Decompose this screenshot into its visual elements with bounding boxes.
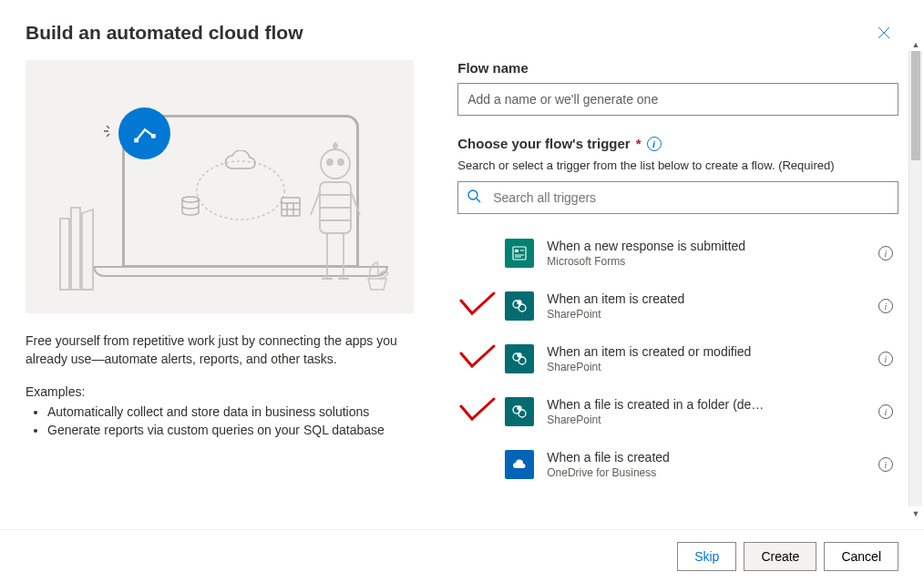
svg-point-17 [327,159,333,165]
svg-point-40 [518,301,521,304]
connector-icon [505,291,534,321]
trigger-connector: SharePoint [547,307,866,322]
svg-point-45 [518,410,526,417]
close-icon [876,25,892,41]
dialog-footer: Skip Create Cancel [0,529,924,582]
checkmark-annotation [457,291,498,321]
example-item: Automatically collect and store data in … [47,403,414,421]
checkmark-annotation [457,397,498,426]
connector-icon [505,344,534,373]
dialog-header: Build an automated cloud flow [0,0,924,60]
examples-list: Automatically collect and store data in … [26,403,414,439]
intro-text: Free yourself from repetitive work just … [26,332,414,368]
svg-line-5 [107,126,109,128]
trigger-list: When a new response is submittedMicrosof… [457,227,898,500]
checkmark-annotation [457,344,498,373]
trigger-item[interactable]: When a file is created in a folder (de…S… [457,385,898,438]
helper-text: Search or select a trigger from the list… [457,158,898,172]
connector-icon [505,397,534,426]
trigger-text: When a file is created in a folder (de…S… [547,396,866,427]
svg-rect-33 [513,247,526,260]
examples-heading: Examples: [26,384,414,399]
dialog-content: • • [0,60,924,529]
trigger-title: When a file is created [547,449,866,465]
trigger-info-icon[interactable]: i [878,352,893,366]
trigger-connector: Microsoft Forms [547,254,866,269]
create-button[interactable]: Create [744,542,816,571]
trigger-text: When a file is createdOneDrive for Busin… [547,449,866,480]
trigger-title: When a file is created in a folder (de… [547,396,866,413]
connector-icon [505,239,534,268]
trigger-item[interactable]: When a file is createdOneDrive for Busin… [457,438,898,491]
svg-point-31 [468,190,477,199]
trigger-title: When an item is created or modified [547,343,866,360]
trigger-info-icon[interactable]: i [878,246,893,260]
svg-point-16 [321,149,350,179]
svg-rect-29 [60,219,69,290]
dialog: Build an automated cloud flow • • [0,0,924,582]
trigger-item[interactable]: When an item is created or modifiedShare… [457,332,898,385]
scrollbar[interactable]: ▲ ▼ [909,51,922,506]
books-icon [56,200,97,291]
required-asterisk: * [636,136,642,151]
dialog-title: Build an automated cloud flow [26,22,303,44]
trigger-info-icon[interactable]: i [878,404,893,419]
svg-rect-11 [282,198,300,216]
trigger-connector: SharePoint [547,360,866,374]
scroll-down-arrow[interactable]: ▼ [909,506,922,520]
robot-icon [307,142,364,290]
svg-line-25 [311,191,320,215]
svg-point-46 [518,406,521,410]
svg-line-26 [351,191,360,215]
illustration: • • [26,60,414,313]
svg-line-32 [477,199,480,202]
flow-name-label: Flow name [457,60,898,76]
skip-button[interactable]: Skip [677,542,736,571]
example-item: Generate reports via custom queries on y… [47,421,414,439]
cancel-button[interactable]: Cancel [824,542,898,571]
svg-rect-2 [134,138,139,142]
scroll-thumb[interactable] [911,51,920,160]
trigger-text: When a new response is submittedMicrosof… [547,238,866,269]
trigger-title: When an item is created [547,291,866,307]
trigger-info-icon[interactable]: i [878,457,893,472]
left-pane: • • [26,60,436,522]
plant-icon [363,260,392,291]
flow-name-input[interactable] [457,83,898,116]
search-input[interactable] [457,181,898,214]
search-wrap [457,181,898,214]
svg-rect-34 [515,250,518,252]
svg-point-43 [518,353,521,357]
right-pane: Flow name Choose your flow's trigger * i… [436,60,898,522]
trigger-text: When an item is createdSharePoint [547,291,866,322]
svg-rect-30 [71,208,80,290]
connector-icon [505,450,534,479]
svg-point-20 [334,144,337,148]
trigger-item[interactable]: When a new response is submittedMicrosof… [457,227,898,280]
trigger-text: When an item is created or modifiedShare… [547,343,866,374]
trigger-info-icon[interactable]: i [878,299,893,313]
trigger-connector: SharePoint [547,413,866,427]
svg-line-6 [107,134,109,137]
info-icon[interactable]: i [647,137,662,151]
trigger-item[interactable]: When an item is createdSharePointi [457,280,898,332]
svg-point-10 [182,197,199,202]
svg-point-39 [518,304,526,311]
spark-icon [104,124,118,138]
svg-point-42 [518,357,526,364]
svg-point-18 [338,159,344,165]
scroll-up-arrow[interactable]: ▲ [909,37,922,51]
trigger-title: When a new response is submitted [547,238,866,254]
search-icon [467,189,481,207]
trigger-connector: OneDrive for Business [547,465,866,480]
flow-badge-icon [118,107,170,159]
trigger-label: Choose your flow's trigger * i [457,136,898,151]
svg-rect-3 [151,134,156,138]
close-button[interactable] [869,18,898,47]
